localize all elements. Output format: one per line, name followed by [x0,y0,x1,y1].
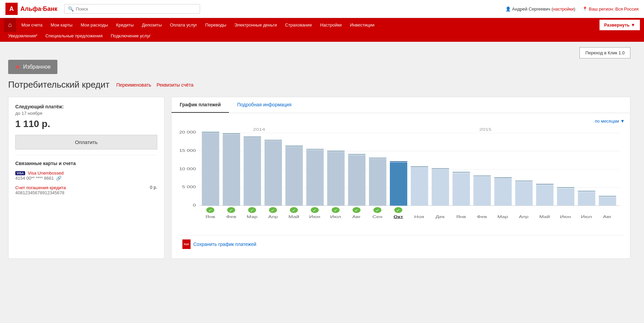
svg-rect-26 [348,155,365,206]
card-number: 4154 00** **** 8661 🔗 [15,176,157,181]
main-content: Переход в Клик 1.0 ★ Избранное Потребите… [0,42,639,264]
svg-text:Авг: Авг [603,214,611,219]
svg-text:Дек: Дек [435,214,445,219]
right-panel: График платежей Подробная информация по … [171,97,630,259]
link-icon: 🔗 [56,176,61,181]
svg-rect-32 [411,167,428,206]
page-title-links: Переименовать Реквизиты счёта [116,82,193,88]
svg-text:✓: ✓ [292,208,296,213]
svg-rect-46 [557,188,574,205]
nav-my-accounts[interactable]: Мои счета [17,18,47,32]
nav-notifications[interactable]: Уведомления² [4,32,41,40]
logo: А Альфа·Банк [5,3,57,15]
nav-top: ⌂ Мои счета Мои карты Мои расходы Кредит… [4,18,640,32]
search-bar[interactable]: 🔍 [64,4,200,14]
tab-payment-schedule[interactable]: График платежей [172,97,229,113]
nav-payments[interactable]: Оплата услуг [166,18,201,32]
svg-text:Июн: Июн [560,214,571,219]
svg-rect-30 [390,162,407,206]
nav-my-expenses[interactable]: Мои расходы [76,18,112,32]
click-button[interactable]: Переход в Клик 1.0 [579,47,630,58]
expand-button[interactable]: Развернуть ▼ [600,20,640,30]
svg-text:Сен: Сен [372,214,382,219]
svg-rect-34 [432,169,449,205]
svg-text:Фев: Фев [226,214,236,219]
svg-text:✓: ✓ [312,208,317,213]
rename-link[interactable]: Переименовать [116,82,151,88]
visa-badge: VISA [15,171,25,175]
svg-text:Мар: Мар [497,214,508,219]
svg-text:Июл: Июл [330,214,341,219]
page-title: Потребительский кредит [8,79,109,90]
chart-svg: 20 000 15 000 10 000 5 000 0 2014 2 [177,126,625,228]
pay-button[interactable]: Оплатить [15,135,157,149]
card-item: VISA Visa Unembossed 4154 00** **** 8661… [15,170,157,181]
svg-text:✓: ✓ [375,208,380,213]
svg-rect-36 [452,173,470,205]
svg-text:15 000: 15 000 [179,148,196,152]
account-item: Счет погашения кредита 40812345678912345… [15,185,157,195]
user-name: 👤 Андрей Сергеевич (настройки) [505,6,575,12]
chart-container: 20 000 15 000 10 000 5 000 0 2014 2 [177,126,625,235]
tabs: График платежей Подробная информация [172,97,630,113]
svg-rect-16 [244,138,261,205]
account-number: 4081234567891234567​8 [15,190,66,195]
nav-transfers[interactable]: Переводы [201,18,230,32]
nav-credits[interactable]: Кредиты [112,18,138,32]
favorites-button[interactable]: ★ Избранное [8,60,57,74]
star-icon: ★ [15,63,20,71]
settings-link[interactable]: настройки [553,6,574,12]
requisites-link[interactable]: Реквизиты счёта [157,82,193,88]
nav-emoney[interactable]: Электронные деньги [230,18,281,32]
save-pdf-link[interactable]: PDF Сохранить график платежей [177,235,625,253]
svg-rect-40 [494,178,512,205]
svg-text:Янв: Янв [456,214,466,219]
nav-bar: ⌂ Мои счета Мои карты Мои расходы Кредит… [0,18,644,42]
svg-rect-28 [369,159,386,205]
nav-my-cards[interactable]: Мои карты [47,18,77,32]
search-input[interactable] [76,6,196,12]
nav-bottom: Уведомления² Специальные предложения Под… [4,32,640,42]
tab-details[interactable]: Подробная информация [229,97,300,113]
svg-text:0: 0 [193,203,196,207]
svg-text:✓: ✓ [334,208,338,213]
svg-rect-50 [599,197,616,206]
svg-rect-20 [285,147,303,206]
svg-text:✓: ✓ [208,208,213,213]
card-title-link[interactable]: Visa Unembossed [28,171,64,176]
pdf-icon: PDF [182,239,191,249]
svg-text:10 000: 10 000 [179,166,196,171]
svg-text:20 000: 20 000 [179,130,196,134]
logo-icon: А [5,3,18,15]
nav-connect-services[interactable]: Подключение услуг [107,32,155,40]
account-balance: 0 р. [150,185,157,190]
nav-investments[interactable]: Инвестиции [346,18,378,32]
svg-text:Мар: Мар [247,214,257,219]
svg-text:Окт: Окт [393,214,403,219]
svg-text:Апр: Апр [519,214,529,219]
nav-insurance[interactable]: Страхование [281,18,316,32]
chart-controls: по месяцам ▼ [177,119,625,124]
search-icon: 🔍 [68,6,74,12]
svg-rect-14 [223,134,240,206]
svg-text:Апр: Апр [268,214,278,219]
nav-settings[interactable]: Настройки [316,18,346,32]
svg-text:✓: ✓ [229,208,233,213]
month-selector[interactable]: по месяцам ▼ [595,119,625,124]
svg-text:5 000: 5 000 [182,184,196,189]
home-button[interactable]: ⌂ [4,18,16,32]
svg-text:✓: ✓ [271,208,275,213]
svg-text:✓: ✓ [250,208,254,213]
top-header: А Альфа·Банк 🔍 👤 Андрей Сергеевич (настр… [0,0,644,18]
svg-rect-18 [265,141,282,206]
svg-text:Авг: Авг [352,214,361,219]
top-bar: Переход в Клик 1.0 [8,47,630,58]
svg-rect-24 [327,152,344,206]
nav-deposits[interactable]: Депозиты [138,18,166,32]
svg-rect-42 [515,182,533,206]
divider [15,155,157,155]
svg-text:Май: Май [539,214,550,219]
account-title-link[interactable]: Счет погашения кредита [15,185,66,190]
content-area: Следующий платёж: до 17 ноября 1 110 р. … [8,97,630,259]
nav-special-offers[interactable]: Специальные предложения [41,32,107,40]
